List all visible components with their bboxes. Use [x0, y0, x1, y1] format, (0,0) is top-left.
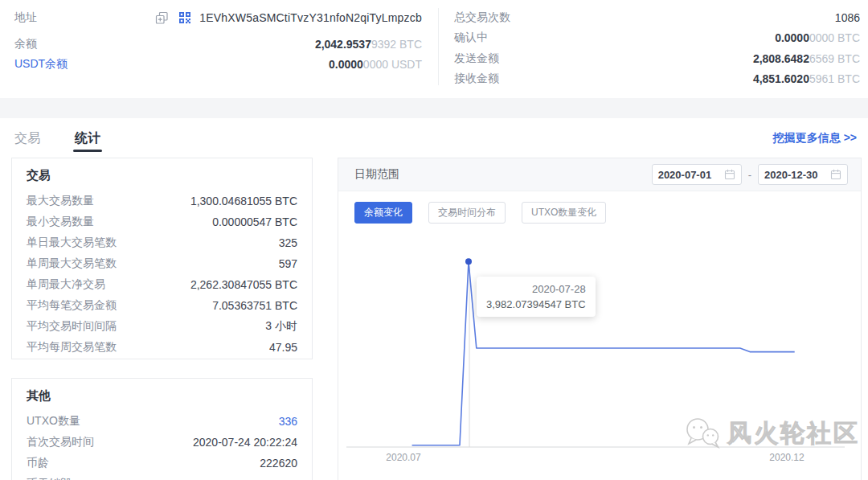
stat-row: 单周最大净交易2,262.30847055 BTC	[27, 274, 297, 295]
chart-type-buttons: 余额变化 交易时间分布 UTXO数量变化	[354, 202, 622, 224]
address-row: 地址 1EVhXW5aSMCtiTvzY31nfoN2qiTyLmpzcb	[14, 10, 422, 26]
utxo-count-link[interactable]: 336	[279, 415, 297, 428]
transaction-stats-card: 交易 最大交易数量1,300.04681055 BTC 最小交易数量0.0000…	[11, 158, 313, 359]
balance-value: 2,042.9537	[315, 38, 371, 51]
wechat-logo-icon	[682, 414, 724, 453]
tx-count-row: 总交易次数 1086	[454, 10, 860, 26]
more-info-link[interactable]: 挖掘更多信息 >>	[773, 131, 857, 146]
chart-panel: 日期范围 2020-07-01 - 2020-12-30 余额变化 交易时间分布…	[338, 158, 862, 480]
balance-label: 余额	[14, 37, 37, 51]
peak-dot	[465, 258, 472, 265]
address-summary-header: 地址 1EVhXW5aSMCtiTvzY31nfoN2qiTyLmpzcb 余额…	[0, 0, 868, 98]
other-card-title: 其他	[27, 388, 51, 404]
date-range-label: 日期范围	[354, 167, 399, 182]
tooltip-date: 2020-07-28	[486, 283, 586, 295]
sent-row: 发送金额 2,808.6482 6569 BTC	[454, 51, 860, 67]
received-value: 4,851.6020	[753, 72, 809, 85]
stat-row: 单日最大交易笔数325	[27, 232, 297, 253]
x-axis-tick: 2020.07	[379, 452, 428, 463]
tx-count-value: 1086	[835, 11, 860, 24]
confirming-value-tail: 0000 BTC	[809, 31, 860, 44]
calendar-icon	[724, 169, 735, 180]
balance-value-tail: 9392 BTC	[371, 38, 422, 51]
sent-label: 发送金额	[454, 51, 499, 66]
utxo-change-button[interactable]: UTXO数量变化	[522, 202, 606, 224]
qr-code-icon[interactable]	[178, 11, 191, 24]
confirming-row: 确认中 0.0000 0000 BTC	[454, 30, 860, 46]
date-range-separator: -	[748, 169, 751, 181]
stats-card-title: 交易	[27, 168, 51, 183]
sent-value: 2,808.6482	[753, 52, 809, 65]
address-label: 地址	[14, 10, 37, 25]
received-row: 接收金额 4,851.6020 5961 BTC	[454, 71, 860, 87]
stat-row: 币龄222620	[27, 453, 297, 474]
x-axis-tick: 2020.12	[763, 452, 811, 463]
received-label: 接收金额	[454, 72, 499, 86]
copy-icon[interactable]	[155, 11, 169, 25]
confirming-label: 确认中	[454, 31, 488, 45]
tab-transactions[interactable]: 交易	[14, 130, 40, 147]
tab-statistics[interactable]: 统计	[75, 130, 100, 147]
usdt-balance-value-tail: 0000 USDT	[363, 58, 422, 71]
watermark: 风火轮社区	[682, 414, 860, 453]
usdt-balance-value: 0.0000	[329, 58, 363, 71]
header-divider	[438, 8, 439, 85]
usdt-balance-link[interactable]: USDT余额	[14, 57, 68, 72]
tx-count-label: 总交易次数	[454, 10, 510, 25]
received-value-tail: 5961 BTC	[809, 72, 860, 85]
stat-row: 平均每笔交易金额7.05363751 BTC	[27, 295, 297, 316]
section-divider-band	[0, 98, 868, 118]
date-to-input[interactable]: 2020-12-30	[758, 164, 848, 185]
calendar-icon	[830, 169, 841, 180]
confirming-value: 0.0000	[775, 31, 809, 44]
stat-row: 币天销毁190954.05967697	[27, 474, 297, 480]
chart-tooltip: 2020-07-28 3,982.07394547 BTC	[477, 277, 596, 317]
stat-row: 首次交易时间2020-07-24 20:22:24	[27, 432, 297, 453]
address-value: 1EVhXW5aSMCtiTvzY31nfoN2qiTyLmpzcb	[199, 11, 422, 24]
tooltip-value: 3,982.07394547 BTC	[486, 298, 586, 310]
stat-row: 单周最大交易笔数597	[27, 253, 297, 274]
date-from-input[interactable]: 2020-07-01	[652, 164, 742, 185]
active-tab-underline	[73, 150, 102, 152]
stat-row: 平均交易时间间隔3 小时	[27, 316, 297, 337]
other-stats-card: 其他 UTXO数量336 首次交易时间2020-07-24 20:22:24 币…	[11, 378, 313, 480]
tx-time-distribution-button[interactable]: 交易时间分布	[428, 202, 506, 224]
balance-change-button[interactable]: 余额变化	[354, 202, 412, 224]
date-range-bar: 日期范围 2020-07-01 - 2020-12-30	[338, 158, 861, 191]
watermark-text: 风火轮社区	[727, 417, 860, 450]
stat-row: UTXO数量336	[27, 411, 297, 432]
usdt-balance-row: USDT余额 0.0000 0000 USDT	[14, 56, 422, 72]
stat-row: 最小交易数量0.00000547 BTC	[27, 211, 297, 232]
sent-value-tail: 6569 BTC	[809, 52, 860, 65]
stat-row: 平均每周交易笔数47.95	[27, 337, 297, 358]
balance-row: 余额 2,042.9537 9392 BTC	[14, 36, 422, 52]
stat-row: 最大交易数量1,300.04681055 BTC	[27, 191, 297, 211]
